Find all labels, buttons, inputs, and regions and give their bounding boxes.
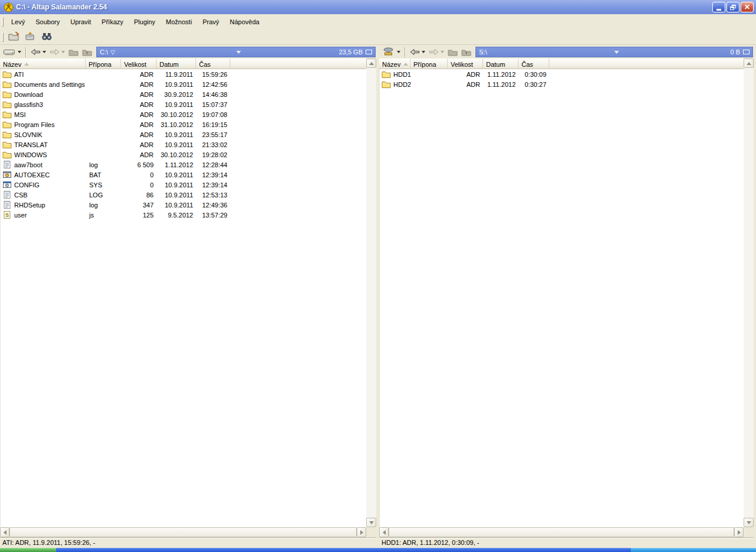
file-row[interactable]: Documents and SettingsADR10.9.201112:42:… [1, 79, 366, 89]
file-row[interactable]: CONFIGSYS010.9.201112:39:14 [1, 180, 366, 190]
file-row[interactable]: AUTOEXECBAT010.9.201112:39:14 [1, 170, 366, 180]
menu-item-levy[interactable]: Levý [6, 16, 30, 28]
left-path-bar[interactable]: C:\ ▽ 23,5 GB [96, 47, 376, 57]
close-button[interactable]: ✕ [741, 2, 754, 12]
menu-item-upravit[interactable]: Upravit [65, 16, 96, 28]
back-button[interactable] [29, 47, 48, 58]
file-row[interactable]: CSBLOG8610.9.201112:53:13 [1, 190, 366, 200]
drive-info-icon[interactable] [366, 50, 372, 54]
column-header-cas[interactable]: Čas [196, 59, 230, 69]
column-header-filler [549, 59, 744, 69]
salamander-icon [4, 2, 14, 12]
scroll-down-button[interactable] [744, 518, 754, 527]
scroll-left-button[interactable] [379, 527, 389, 537]
file-date-cell: 10.9.2011 [157, 131, 197, 138]
menu-grip[interactable] [2, 17, 4, 27]
scroll-thumb[interactable] [389, 527, 734, 537]
file-date-cell: 1.11.2012 [484, 71, 519, 78]
scroll-thumb[interactable] [9, 527, 357, 537]
system-tray-sliver[interactable] [631, 548, 756, 552]
file-row[interactable]: glassfish3ADR10.9.201115:07:37 [1, 99, 366, 109]
file-name-cell: MSI [1, 110, 86, 119]
forward-button[interactable] [48, 47, 67, 58]
start-button-sliver[interactable] [0, 548, 56, 552]
left-horizontal-scrollbar[interactable] [0, 527, 366, 537]
column-header-velikost[interactable]: Velikost [121, 59, 157, 69]
menu-item-soubory[interactable]: Soubory [30, 16, 65, 28]
menu-item-napoveda[interactable]: Nápověda [224, 16, 265, 28]
file-row[interactable]: MSIADR30.10.201219:07:08 [1, 109, 366, 119]
file-row[interactable]: aaw7bootlog6 5091.11.201212:28:44 [1, 160, 366, 170]
drive-select-button[interactable] [380, 47, 402, 58]
toolbar [0, 30, 756, 45]
taskbar-button-sliver[interactable] [56, 548, 631, 552]
hot-paths-button[interactable] [67, 47, 80, 58]
column-header-pripona[interactable]: Přípona [410, 59, 448, 69]
column-header-velikost[interactable]: Velikost [448, 59, 483, 69]
change-directory-button[interactable] [6, 30, 21, 44]
drive-info-icon[interactable] [743, 50, 750, 54]
column-header-nazev[interactable]: Název [0, 59, 86, 69]
right-vertical-scrollbar[interactable] [744, 59, 754, 527]
parent-directory-button[interactable] [80, 47, 94, 58]
menu-item-pluginy[interactable]: Pluginy [129, 16, 161, 28]
scroll-right-button[interactable] [357, 527, 366, 537]
forward-button[interactable] [427, 47, 446, 58]
scroll-track[interactable] [744, 68, 754, 518]
file-row[interactable]: Program FilesADR31.10.201216:19:15 [1, 119, 366, 129]
file-row[interactable]: TRANSLATADR10.9.201121:33:02 [1, 139, 366, 150]
scroll-left-button[interactable] [0, 527, 9, 537]
menu-item-pravy[interactable]: Pravý [197, 16, 224, 28]
column-header-cas[interactable]: Čas [519, 59, 549, 69]
current-path: S:\ [479, 48, 487, 56]
file-name-label: HDD1 [393, 71, 411, 78]
column-header-datum[interactable]: Datum [483, 59, 519, 69]
folder-icon [2, 80, 12, 89]
right-path-bar[interactable]: S:\ 0 B [475, 47, 753, 57]
left-file-list: ATIADR11.9.201115:59:26Documents and Set… [0, 69, 366, 527]
file-row[interactable]: WINDOWSADR30.10.201219:28:02 [1, 150, 366, 160]
scroll-up-button[interactable] [744, 59, 754, 68]
file-row[interactable]: Suserjs1259.5.201213:57:29 [1, 210, 366, 220]
parent-directory-button[interactable] [460, 47, 473, 58]
file-time-cell: 16:19:15 [197, 121, 231, 128]
file-row[interactable]: HDD1ADR1.11.20120:30:09 [380, 69, 744, 79]
file-name-cell: glassfish3 [1, 100, 86, 109]
file-time-cell: 0:30:27 [519, 81, 550, 88]
file-row[interactable]: SLOVNIKADR10.9.201123:55:17 [1, 129, 366, 139]
right-horizontal-scrollbar[interactable] [379, 527, 744, 537]
sort-ascending-icon [24, 63, 29, 66]
find-files-button[interactable] [39, 30, 54, 44]
column-header-label: Čas [199, 61, 211, 68]
restore-button[interactable] [726, 2, 739, 12]
left-vertical-scrollbar[interactable] [366, 59, 376, 527]
scrollbar-corner [744, 527, 754, 537]
file-time-cell: 12:39:14 [197, 171, 231, 178]
file-ext-cell: log [86, 202, 122, 209]
file-date-cell: 30.9.2012 [157, 91, 197, 98]
file-row[interactable]: RHDSetuplog34710.9.201112:49:36 [1, 200, 366, 210]
file-row[interactable]: DownloadADR30.9.201214:46:38 [1, 89, 366, 99]
path-dropdown-icon[interactable] [236, 51, 241, 54]
column-header-pripona[interactable]: Přípona [86, 59, 121, 69]
menu-item-moznosti[interactable]: Možnosti [161, 16, 197, 28]
minimize-button[interactable] [712, 2, 725, 12]
network-drive-icon [382, 47, 395, 57]
column-header-label: Čas [522, 61, 533, 68]
file-row[interactable]: ATIADR11.9.201115:59:26 [1, 69, 366, 79]
file-row[interactable]: HDD2ADR1.11.20120:30:27 [380, 79, 744, 89]
back-button[interactable] [408, 47, 427, 58]
column-header-nazev[interactable]: Název [379, 59, 410, 69]
scroll-right-button[interactable] [734, 527, 744, 537]
scroll-track[interactable] [366, 68, 376, 518]
drive-select-button[interactable] [1, 47, 23, 58]
toolbar-grip[interactable] [2, 33, 4, 42]
menu-item-prikazy[interactable]: Příkazy [96, 16, 129, 28]
column-header-datum[interactable]: Datum [157, 59, 196, 69]
scroll-down-button[interactable] [366, 518, 376, 527]
path-dropdown-icon[interactable] [614, 51, 619, 54]
hot-paths-button[interactable] [446, 47, 460, 58]
scroll-up-button[interactable] [366, 59, 376, 68]
user-menu-button[interactable] [22, 30, 38, 44]
column-header-label: Přípona [89, 61, 112, 68]
